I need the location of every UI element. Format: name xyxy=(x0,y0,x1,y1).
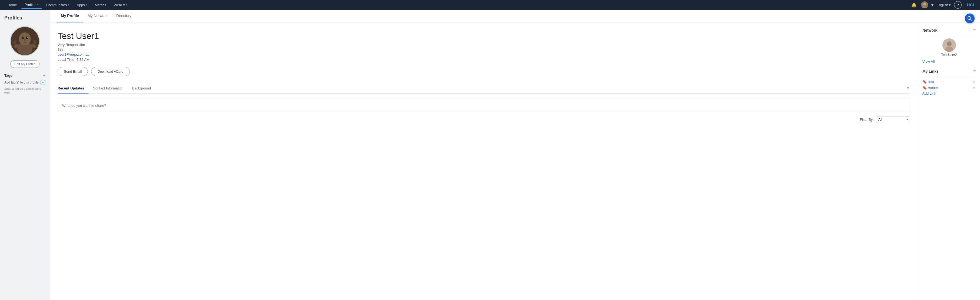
nav-right: 🔔 ▾ English ▾ ? HCL xyxy=(910,1,976,9)
profile-main-area: Test User1 Very Responsilbe 123 user1@or… xyxy=(50,22,918,300)
nav-profiles[interactable]: Profiles ▾ xyxy=(21,1,42,9)
top-navigation: Home Profiles ▾ Communities ▾ Apps ▾ Met… xyxy=(0,0,980,10)
share-box xyxy=(57,99,910,112)
link-left-test: 🔖 test xyxy=(923,80,934,84)
network-user-avatar[interactable] xyxy=(942,38,956,52)
action-buttons: Send Email Download vCard xyxy=(57,67,910,76)
svg-point-6 xyxy=(22,37,24,39)
svg-point-10 xyxy=(24,40,26,41)
link-test[interactable]: test xyxy=(928,80,934,84)
help-icon[interactable]: ? xyxy=(954,1,962,9)
svg-point-9 xyxy=(27,37,28,38)
nav-apps[interactable]: Apps ▾ xyxy=(73,2,91,9)
bookmark-icon-webex: 🔖 xyxy=(923,86,927,90)
lang-chevron-icon: ▾ xyxy=(949,3,951,7)
user-name: Test User1 xyxy=(57,31,910,41)
view-all-link[interactable]: View All xyxy=(923,59,976,63)
user-local-time: Local Time: 6:32 AM xyxy=(57,57,910,62)
edit-my-profile-button[interactable]: Edit My Profile xyxy=(10,60,39,68)
my-links-section: My Links ≡ 🔖 test ✕ 🔖 webex xyxy=(923,69,976,95)
filter-row: Filter By: All Status Updates Blogs File… xyxy=(57,116,910,123)
bookmark-icon-test: 🔖 xyxy=(923,80,927,84)
profile-tabs: My Profile My Network Directory xyxy=(50,10,980,22)
filter-select-wrap: All Status Updates Blogs Files Wikis Boo… xyxy=(876,116,910,123)
tab-my-network[interactable]: My Network xyxy=(83,10,112,22)
language-selector[interactable]: English ▾ xyxy=(937,3,951,7)
communities-chevron-icon: ▾ xyxy=(68,3,69,6)
hcl-logo: HCL xyxy=(967,3,976,7)
add-link-button[interactable]: Add Link xyxy=(923,91,976,95)
webex-chevron-icon: ▾ xyxy=(126,3,127,6)
user-menu-chevron-icon[interactable]: ▾ xyxy=(931,2,934,8)
download-vcard-button[interactable]: Download vCard xyxy=(91,67,129,76)
tab-directory[interactable]: Directory xyxy=(112,10,136,22)
user-avatar-nav[interactable] xyxy=(921,2,928,8)
inner-tab-contact-information[interactable]: Contact Information xyxy=(93,84,128,94)
notification-bell-icon[interactable]: 🔔 xyxy=(910,1,918,9)
avatar-image xyxy=(921,2,928,8)
user-title: Very Responsilbe xyxy=(57,43,910,47)
tags-section-title: Tags xyxy=(4,73,12,78)
inner-tab-recent-updates[interactable]: Recent Updates xyxy=(57,84,88,94)
my-links-menu-icon[interactable]: ≡ xyxy=(973,69,976,74)
svg-point-14 xyxy=(947,41,951,46)
share-input[interactable] xyxy=(62,103,906,108)
right-panel: Network ≡ Test User2 View xyxy=(918,22,980,300)
network-section-title: Network xyxy=(923,28,937,32)
svg-point-1 xyxy=(923,3,926,5)
inner-tabs-row: Recent Updates Contact Information Backg… xyxy=(57,84,910,94)
profile-avatar-wrapper xyxy=(4,26,45,56)
add-tag-button[interactable]: + xyxy=(40,80,45,85)
user-id: 123 xyxy=(57,47,910,51)
remove-link-test-button[interactable]: ✕ xyxy=(972,79,976,84)
apps-chevron-icon: ▾ xyxy=(86,3,88,6)
send-email-button[interactable]: Send Email xyxy=(57,67,88,76)
network-section-header: Network ≡ xyxy=(923,28,976,35)
profiles-chevron-icon: ▾ xyxy=(37,3,39,6)
search-icon xyxy=(967,16,972,21)
network-menu-icon[interactable]: ≡ xyxy=(973,28,976,33)
left-sidebar: Profiles xyxy=(0,10,50,300)
profile-body: Test User1 Very Responsilbe 123 user1@or… xyxy=(50,22,980,300)
tags-menu-icon[interactable]: ≡ xyxy=(43,73,45,78)
sidebar-title: Profiles xyxy=(4,15,45,21)
nav-home[interactable]: Home xyxy=(4,2,20,9)
tags-hint: Enter a tag as a single word with xyxy=(4,87,45,95)
remove-link-webex-button[interactable]: ✕ xyxy=(972,86,976,90)
add-tag-row: Add tag(s) to this profile + xyxy=(4,80,45,85)
svg-point-5 xyxy=(19,32,31,45)
network-section: Network ≡ Test User2 View xyxy=(923,28,976,63)
tab-my-profile[interactable]: My Profile xyxy=(57,10,83,22)
network-user: Test User2 xyxy=(923,38,976,57)
profile-avatar-image xyxy=(11,27,39,55)
nav-left: Home Profiles ▾ Communities ▾ Apps ▾ Met… xyxy=(4,1,910,9)
tags-section-header: Tags ≡ xyxy=(4,73,45,78)
filter-label: Filter By: xyxy=(860,117,874,122)
network-user-name: Test User2 xyxy=(941,53,957,57)
my-links-section-header: My Links ≡ xyxy=(923,69,976,76)
svg-point-15 xyxy=(945,46,953,52)
svg-point-7 xyxy=(26,37,28,39)
link-left-webex: 🔖 webex xyxy=(923,86,939,90)
svg-point-8 xyxy=(23,37,24,38)
global-search-button[interactable] xyxy=(965,14,975,23)
nav-metrics[interactable]: Metrics xyxy=(92,2,110,9)
page-wrapper: Profiles xyxy=(0,10,980,300)
link-webex[interactable]: webex xyxy=(928,86,939,90)
user-email[interactable]: user1@orga.com.au xyxy=(57,52,910,57)
filter-select[interactable]: All Status Updates Blogs Files Wikis Boo… xyxy=(876,116,910,123)
my-links-section-title: My Links xyxy=(923,69,939,73)
add-tag-label: Add tag(s) to this profile xyxy=(4,81,39,84)
inner-tab-background[interactable]: Background xyxy=(132,84,155,94)
nav-communities[interactable]: Communities ▾ xyxy=(43,2,72,9)
network-avatar-image xyxy=(942,38,956,52)
link-item-test: 🔖 test ✕ xyxy=(923,79,976,84)
svg-line-17 xyxy=(970,19,972,21)
profile-avatar xyxy=(10,26,40,56)
link-item-webex: 🔖 webex ✕ xyxy=(923,86,976,90)
main-content: My Profile My Network Directory Test Use… xyxy=(50,10,980,300)
inner-tabs-menu-icon[interactable]: ≡ xyxy=(906,85,910,92)
nav-webex[interactable]: WebEx ▾ xyxy=(110,2,130,9)
